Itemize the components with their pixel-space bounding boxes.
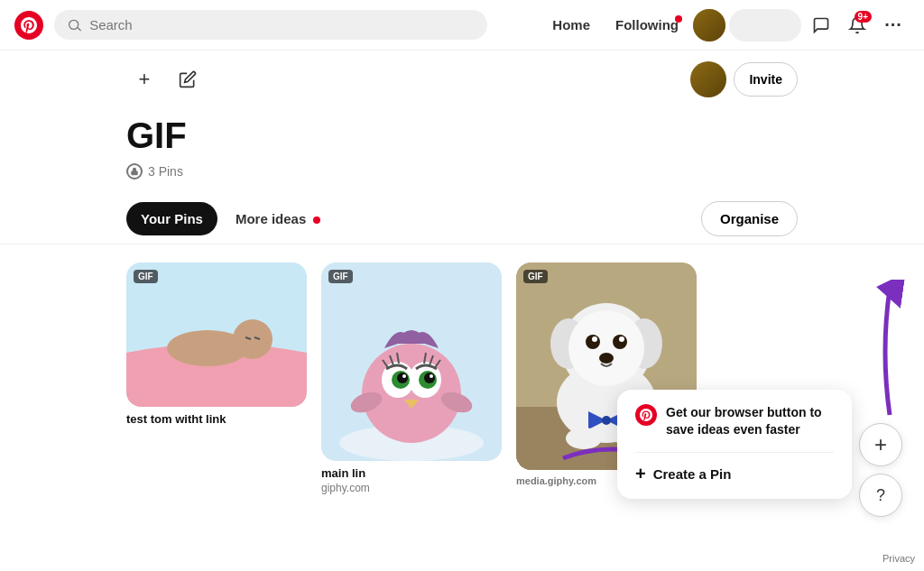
collaborator-avatar xyxy=(690,61,726,97)
pin-caption-1: test tom witht link xyxy=(126,412,307,426)
svg-point-35 xyxy=(619,336,624,342)
svg-point-37 xyxy=(602,416,611,425)
search-input[interactable] xyxy=(89,17,473,32)
add-pin-button[interactable]: + xyxy=(126,61,162,97)
messages-button[interactable] xyxy=(805,9,837,41)
board-tabs: Your Pins More ideas Organise xyxy=(0,194,924,244)
svg-point-14 xyxy=(424,373,435,383)
notifications-button[interactable]: 9+ xyxy=(841,9,873,41)
header: Home Following 9+ ··· xyxy=(0,0,924,51)
lock-icon xyxy=(126,163,143,180)
following-nav-link[interactable]: Following xyxy=(605,10,689,40)
create-pin-action[interactable]: + Create a Pin xyxy=(635,464,834,484)
pin-image-1: GIF xyxy=(126,262,307,407)
more-ideas-dot xyxy=(313,216,320,224)
svg-point-31 xyxy=(568,310,644,386)
edit-icon xyxy=(179,70,197,88)
add-fab-button[interactable]: + xyxy=(859,423,902,466)
gif-badge-3: GIF xyxy=(523,270,548,283)
pinterest-logo[interactable] xyxy=(14,11,43,40)
pin-thumbnail-2 xyxy=(321,262,502,461)
svg-point-3 xyxy=(233,319,273,359)
pin-thumbnail-1 xyxy=(126,262,307,407)
pin-caption-2: main lin xyxy=(321,466,502,480)
create-pin-label: Create a Pin xyxy=(653,466,732,482)
popup-container: Get our browser button to save ideas eve… xyxy=(617,390,852,499)
your-pins-tab[interactable]: Your Pins xyxy=(126,202,217,235)
arrow-up xyxy=(863,280,917,424)
popup-pinterest-icon xyxy=(635,404,657,426)
invite-button[interactable]: Invite xyxy=(734,62,798,97)
pin-card[interactable]: GIF test tom witht link xyxy=(126,262,307,426)
home-nav-link[interactable]: Home xyxy=(541,10,601,40)
search-bar[interactable] xyxy=(54,10,487,40)
privacy-label: Privacy xyxy=(882,553,915,564)
board-toolbar: + Invite xyxy=(0,51,924,108)
pin-card[interactable]: GIF main lin giphy.com xyxy=(321,262,502,494)
header-nav: Home Following 9+ ··· xyxy=(541,9,910,41)
edit-board-button[interactable] xyxy=(170,61,206,97)
help-fab-button[interactable]: ? xyxy=(859,474,902,517)
following-dot xyxy=(675,15,682,23)
popup-divider xyxy=(635,452,834,453)
messages-icon xyxy=(812,16,830,34)
board-info: GIF 3 Pins xyxy=(0,108,924,194)
avatar-image xyxy=(693,9,725,41)
more-button[interactable]: ··· xyxy=(877,9,910,41)
svg-point-34 xyxy=(592,336,597,342)
svg-point-16 xyxy=(430,374,433,378)
svg-point-15 xyxy=(402,374,406,378)
organise-button[interactable]: Organise xyxy=(701,201,798,236)
pin-source-2: giphy.com xyxy=(321,482,502,494)
more-ideas-tab[interactable]: More ideas xyxy=(221,202,336,235)
svg-point-33 xyxy=(613,335,627,349)
board-title: GIF xyxy=(126,115,798,156)
fab-container: + ? xyxy=(859,423,902,517)
popup-text: Get our browser button to save ideas eve… xyxy=(666,404,834,439)
gif-badge-2: GIF xyxy=(328,270,353,283)
gif-badge-1: GIF xyxy=(134,270,158,283)
popup-header: Get our browser button to save ideas eve… xyxy=(635,404,834,439)
svg-point-13 xyxy=(397,373,408,383)
search-icon xyxy=(69,18,82,32)
notification-badge: 9+ xyxy=(855,11,872,23)
pin-image-2: GIF xyxy=(321,262,502,461)
board-meta: 3 Pins xyxy=(126,163,798,180)
svg-point-36 xyxy=(599,353,614,364)
username-label[interactable] xyxy=(729,9,801,41)
popup-plus-icon: + xyxy=(635,464,646,484)
pin-count: 3 Pins xyxy=(148,164,183,179)
user-avatar[interactable] xyxy=(693,9,725,41)
svg-point-32 xyxy=(586,335,600,349)
invite-section: Invite xyxy=(690,61,798,97)
pinterest-icon xyxy=(21,17,37,33)
